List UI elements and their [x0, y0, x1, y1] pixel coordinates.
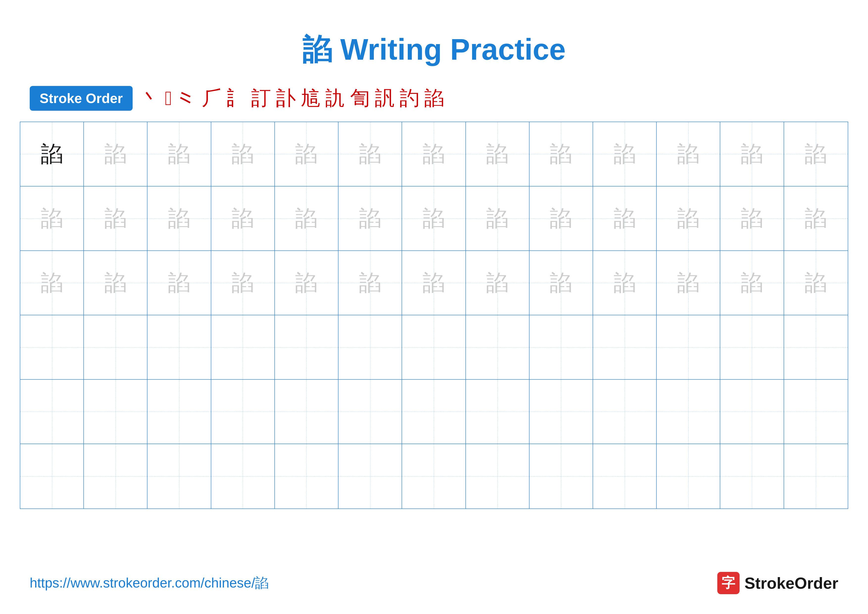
- stroke-3: ⺀: [177, 85, 197, 112]
- grid-cell[interactable]: 諂: [530, 187, 593, 250]
- grid-cell[interactable]: [784, 380, 848, 444]
- grid-cell[interactable]: [593, 380, 657, 444]
- grid-cell[interactable]: 諂: [402, 251, 466, 315]
- practice-char: 諂: [295, 204, 318, 233]
- footer-logo-text: StrokeOrder: [744, 574, 838, 592]
- practice-grid: 諂 諂 諂 諂 諂 諂 諂 諂 諂 諂 諂 諂 諂 諂 諂 諂 諂 諂 諂 諂 …: [20, 121, 848, 509]
- grid-cell[interactable]: [84, 315, 147, 379]
- grid-cell[interactable]: [20, 380, 84, 444]
- practice-char: 諂: [232, 139, 254, 169]
- grid-cell[interactable]: [720, 444, 784, 508]
- grid-cell[interactable]: [275, 380, 338, 444]
- practice-char: 諂: [295, 268, 318, 298]
- grid-cell[interactable]: 諂: [211, 122, 275, 186]
- practice-char: 諂: [104, 139, 127, 169]
- grid-cell[interactable]: [657, 444, 720, 508]
- grid-cell[interactable]: 諂: [657, 187, 720, 250]
- grid-cell[interactable]: 諂: [275, 187, 338, 250]
- practice-char: 諂: [423, 139, 445, 169]
- grid-cell[interactable]: [466, 444, 530, 508]
- grid-cell[interactable]: 諂: [466, 251, 530, 315]
- grid-cell[interactable]: [720, 380, 784, 444]
- grid-cell[interactable]: 諂: [338, 251, 402, 315]
- grid-cell[interactable]: [593, 444, 657, 508]
- grid-cell[interactable]: [147, 444, 211, 508]
- grid-cell[interactable]: 諂: [466, 122, 530, 186]
- grid-cell[interactable]: 諂: [211, 187, 275, 250]
- grid-cell[interactable]: [338, 444, 402, 508]
- grid-cell[interactable]: 諂: [84, 251, 147, 315]
- grid-cell[interactable]: [720, 315, 784, 379]
- grid-cell[interactable]: 諂: [657, 122, 720, 186]
- grid-cell[interactable]: 諂: [84, 187, 147, 250]
- stroke-5: 訁: [226, 85, 246, 112]
- grid-cell[interactable]: [784, 444, 848, 508]
- grid-cell[interactable]: 諂: [784, 187, 848, 250]
- grid-cell[interactable]: 諂: [147, 122, 211, 186]
- grid-cell[interactable]: 諂: [593, 122, 657, 186]
- grid-cell[interactable]: [275, 444, 338, 508]
- grid-cell[interactable]: 諂: [275, 251, 338, 315]
- grid-cell[interactable]: 諂: [147, 187, 211, 250]
- grid-cell[interactable]: 諂: [784, 122, 848, 186]
- grid-cell[interactable]: [530, 444, 593, 508]
- grid-cell[interactable]: [338, 315, 402, 379]
- practice-char: 諂: [677, 139, 699, 169]
- grid-cell[interactable]: [275, 315, 338, 379]
- grid-cell[interactable]: [530, 380, 593, 444]
- grid-cell[interactable]: [466, 380, 530, 444]
- grid-cell[interactable]: 諂: [20, 187, 84, 250]
- grid-cell[interactable]: 諂: [84, 122, 147, 186]
- grid-cell[interactable]: 諂: [20, 251, 84, 315]
- grid-cell[interactable]: 諂: [147, 251, 211, 315]
- practice-char: 諂: [423, 204, 445, 233]
- grid-cell[interactable]: [147, 315, 211, 379]
- grid-cell[interactable]: [530, 315, 593, 379]
- grid-cell[interactable]: 諂: [275, 122, 338, 186]
- grid-cell[interactable]: 諂: [466, 187, 530, 250]
- grid-cell[interactable]: 諂: [720, 122, 784, 186]
- grid-cell[interactable]: [657, 380, 720, 444]
- grid-cell[interactable]: [466, 315, 530, 379]
- strokeorder-logo-icon: 字: [717, 572, 739, 594]
- grid-cell[interactable]: 諂: [720, 187, 784, 250]
- grid-cell[interactable]: 諂: [402, 187, 466, 250]
- grid-cell[interactable]: [657, 315, 720, 379]
- grid-cell[interactable]: 諂: [530, 251, 593, 315]
- grid-cell[interactable]: 諂: [402, 122, 466, 186]
- practice-char: 諂: [168, 268, 190, 298]
- grid-cell[interactable]: [211, 315, 275, 379]
- grid-cell[interactable]: [20, 315, 84, 379]
- practice-char: 諂: [486, 268, 508, 298]
- grid-cell[interactable]: [211, 380, 275, 444]
- grid-cell[interactable]: [402, 444, 466, 508]
- practice-char: 諂: [677, 204, 699, 233]
- grid-cell[interactable]: [147, 380, 211, 444]
- grid-cell[interactable]: 諂: [593, 251, 657, 315]
- grid-cell[interactable]: 諂: [784, 251, 848, 315]
- practice-char: 諂: [550, 204, 572, 233]
- grid-cell[interactable]: 諂: [338, 187, 402, 250]
- grid-row-2: 諂 諂 諂 諂 諂 諂 諂 諂 諂 諂 諂 諂 諂: [20, 187, 848, 251]
- grid-cell[interactable]: 諂: [338, 122, 402, 186]
- grid-cell[interactable]: 諂: [20, 122, 84, 186]
- footer-logo: 字 StrokeOrder: [717, 572, 838, 594]
- grid-cell[interactable]: 諂: [657, 251, 720, 315]
- grid-cell[interactable]: [84, 444, 147, 508]
- grid-cell[interactable]: [593, 315, 657, 379]
- grid-cell[interactable]: [211, 444, 275, 508]
- grid-row-4: [20, 315, 848, 380]
- footer-url[interactable]: https://www.strokeorder.com/chinese/諂: [30, 574, 269, 592]
- grid-cell[interactable]: 諂: [530, 122, 593, 186]
- page-title: 諂 Writing Practice: [0, 0, 868, 85]
- grid-cell[interactable]: [402, 380, 466, 444]
- grid-cell[interactable]: [402, 315, 466, 379]
- stroke-6: 訂: [251, 85, 271, 112]
- grid-cell[interactable]: 諂: [211, 251, 275, 315]
- grid-cell[interactable]: [784, 315, 848, 379]
- grid-cell[interactable]: [84, 380, 147, 444]
- grid-cell[interactable]: [20, 444, 84, 508]
- grid-cell[interactable]: 諂: [720, 251, 784, 315]
- grid-cell[interactable]: [338, 380, 402, 444]
- grid-cell[interactable]: 諂: [593, 187, 657, 250]
